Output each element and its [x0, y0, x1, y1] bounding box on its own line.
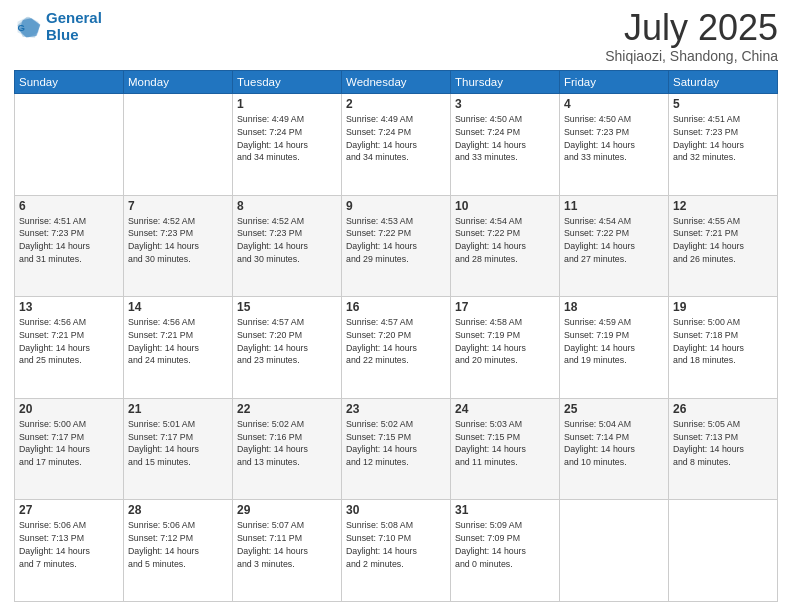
day-number: 20 [19, 402, 119, 416]
day-header-row: Sunday Monday Tuesday Wednesday Thursday… [15, 71, 778, 94]
calendar-cell [15, 94, 124, 196]
cell-info: Sunrise: 5:02 AM Sunset: 7:15 PM Dayligh… [346, 418, 446, 469]
day-number: 24 [455, 402, 555, 416]
cell-info: Sunrise: 5:06 AM Sunset: 7:12 PM Dayligh… [128, 519, 228, 570]
calendar-cell [669, 500, 778, 602]
location: Shiqiaozi, Shandong, China [605, 48, 778, 64]
calendar-cell: 3Sunrise: 4:50 AM Sunset: 7:24 PM Daylig… [451, 94, 560, 196]
calendar-cell: 1Sunrise: 4:49 AM Sunset: 7:24 PM Daylig… [233, 94, 342, 196]
logo-icon: G [14, 13, 42, 41]
calendar-cell: 21Sunrise: 5:01 AM Sunset: 7:17 PM Dayli… [124, 398, 233, 500]
day-number: 19 [673, 300, 773, 314]
cell-info: Sunrise: 5:08 AM Sunset: 7:10 PM Dayligh… [346, 519, 446, 570]
cell-info: Sunrise: 5:05 AM Sunset: 7:13 PM Dayligh… [673, 418, 773, 469]
calendar-cell: 17Sunrise: 4:58 AM Sunset: 7:19 PM Dayli… [451, 297, 560, 399]
title-block: July 2025 Shiqiaozi, Shandong, China [605, 10, 778, 64]
cell-info: Sunrise: 5:01 AM Sunset: 7:17 PM Dayligh… [128, 418, 228, 469]
cell-info: Sunrise: 4:58 AM Sunset: 7:19 PM Dayligh… [455, 316, 555, 367]
calendar-cell: 24Sunrise: 5:03 AM Sunset: 7:15 PM Dayli… [451, 398, 560, 500]
cell-info: Sunrise: 4:50 AM Sunset: 7:23 PM Dayligh… [564, 113, 664, 164]
day-number: 1 [237, 97, 337, 111]
day-number: 29 [237, 503, 337, 517]
logo-line2: Blue [46, 26, 79, 43]
day-number: 26 [673, 402, 773, 416]
calendar-cell: 11Sunrise: 4:54 AM Sunset: 7:22 PM Dayli… [560, 195, 669, 297]
calendar-cell: 18Sunrise: 4:59 AM Sunset: 7:19 PM Dayli… [560, 297, 669, 399]
day-number: 2 [346, 97, 446, 111]
calendar-cell: 4Sunrise: 4:50 AM Sunset: 7:23 PM Daylig… [560, 94, 669, 196]
cell-info: Sunrise: 4:49 AM Sunset: 7:24 PM Dayligh… [237, 113, 337, 164]
day-number: 11 [564, 199, 664, 213]
logo: G General Blue [14, 10, 102, 43]
cell-info: Sunrise: 5:03 AM Sunset: 7:15 PM Dayligh… [455, 418, 555, 469]
day-number: 13 [19, 300, 119, 314]
week-row-4: 27Sunrise: 5:06 AM Sunset: 7:13 PM Dayli… [15, 500, 778, 602]
calendar-cell: 28Sunrise: 5:06 AM Sunset: 7:12 PM Dayli… [124, 500, 233, 602]
day-number: 14 [128, 300, 228, 314]
day-number: 28 [128, 503, 228, 517]
calendar-cell: 2Sunrise: 4:49 AM Sunset: 7:24 PM Daylig… [342, 94, 451, 196]
header-tuesday: Tuesday [233, 71, 342, 94]
header-thursday: Thursday [451, 71, 560, 94]
day-number: 7 [128, 199, 228, 213]
cell-info: Sunrise: 4:59 AM Sunset: 7:19 PM Dayligh… [564, 316, 664, 367]
calendar-cell: 6Sunrise: 4:51 AM Sunset: 7:23 PM Daylig… [15, 195, 124, 297]
calendar-cell [560, 500, 669, 602]
day-number: 31 [455, 503, 555, 517]
cell-info: Sunrise: 5:00 AM Sunset: 7:18 PM Dayligh… [673, 316, 773, 367]
header: G General Blue July 2025 Shiqiaozi, Shan… [14, 10, 778, 64]
cell-info: Sunrise: 4:50 AM Sunset: 7:24 PM Dayligh… [455, 113, 555, 164]
day-number: 8 [237, 199, 337, 213]
cell-info: Sunrise: 4:51 AM Sunset: 7:23 PM Dayligh… [673, 113, 773, 164]
week-row-0: 1Sunrise: 4:49 AM Sunset: 7:24 PM Daylig… [15, 94, 778, 196]
day-number: 17 [455, 300, 555, 314]
cell-info: Sunrise: 4:52 AM Sunset: 7:23 PM Dayligh… [237, 215, 337, 266]
header-wednesday: Wednesday [342, 71, 451, 94]
calendar-cell: 16Sunrise: 4:57 AM Sunset: 7:20 PM Dayli… [342, 297, 451, 399]
calendar-cell: 13Sunrise: 4:56 AM Sunset: 7:21 PM Dayli… [15, 297, 124, 399]
month-title: July 2025 [605, 10, 778, 46]
day-number: 27 [19, 503, 119, 517]
calendar-cell: 29Sunrise: 5:07 AM Sunset: 7:11 PM Dayli… [233, 500, 342, 602]
calendar-cell: 12Sunrise: 4:55 AM Sunset: 7:21 PM Dayli… [669, 195, 778, 297]
week-row-3: 20Sunrise: 5:00 AM Sunset: 7:17 PM Dayli… [15, 398, 778, 500]
header-monday: Monday [124, 71, 233, 94]
cell-info: Sunrise: 5:07 AM Sunset: 7:11 PM Dayligh… [237, 519, 337, 570]
logo-line1: General [46, 9, 102, 26]
header-friday: Friday [560, 71, 669, 94]
calendar-page: G General Blue July 2025 Shiqiaozi, Shan… [0, 0, 792, 612]
cell-info: Sunrise: 5:09 AM Sunset: 7:09 PM Dayligh… [455, 519, 555, 570]
calendar-cell [124, 94, 233, 196]
cell-info: Sunrise: 4:55 AM Sunset: 7:21 PM Dayligh… [673, 215, 773, 266]
calendar-cell: 22Sunrise: 5:02 AM Sunset: 7:16 PM Dayli… [233, 398, 342, 500]
cell-info: Sunrise: 5:04 AM Sunset: 7:14 PM Dayligh… [564, 418, 664, 469]
cell-info: Sunrise: 4:54 AM Sunset: 7:22 PM Dayligh… [455, 215, 555, 266]
cell-info: Sunrise: 4:49 AM Sunset: 7:24 PM Dayligh… [346, 113, 446, 164]
calendar-cell: 27Sunrise: 5:06 AM Sunset: 7:13 PM Dayli… [15, 500, 124, 602]
cell-info: Sunrise: 4:51 AM Sunset: 7:23 PM Dayligh… [19, 215, 119, 266]
day-number: 10 [455, 199, 555, 213]
cell-info: Sunrise: 4:56 AM Sunset: 7:21 PM Dayligh… [128, 316, 228, 367]
logo-text: General Blue [46, 10, 102, 43]
cell-info: Sunrise: 4:57 AM Sunset: 7:20 PM Dayligh… [237, 316, 337, 367]
day-number: 12 [673, 199, 773, 213]
calendar-cell: 14Sunrise: 4:56 AM Sunset: 7:21 PM Dayli… [124, 297, 233, 399]
header-saturday: Saturday [669, 71, 778, 94]
cell-info: Sunrise: 4:52 AM Sunset: 7:23 PM Dayligh… [128, 215, 228, 266]
calendar-cell: 8Sunrise: 4:52 AM Sunset: 7:23 PM Daylig… [233, 195, 342, 297]
calendar-cell: 19Sunrise: 5:00 AM Sunset: 7:18 PM Dayli… [669, 297, 778, 399]
day-number: 23 [346, 402, 446, 416]
day-number: 22 [237, 402, 337, 416]
calendar-cell: 31Sunrise: 5:09 AM Sunset: 7:09 PM Dayli… [451, 500, 560, 602]
calendar-cell: 26Sunrise: 5:05 AM Sunset: 7:13 PM Dayli… [669, 398, 778, 500]
svg-text:G: G [18, 21, 25, 32]
day-number: 21 [128, 402, 228, 416]
day-number: 3 [455, 97, 555, 111]
day-number: 15 [237, 300, 337, 314]
day-number: 30 [346, 503, 446, 517]
calendar-cell: 10Sunrise: 4:54 AM Sunset: 7:22 PM Dayli… [451, 195, 560, 297]
calendar-cell: 23Sunrise: 5:02 AM Sunset: 7:15 PM Dayli… [342, 398, 451, 500]
week-row-1: 6Sunrise: 4:51 AM Sunset: 7:23 PM Daylig… [15, 195, 778, 297]
header-sunday: Sunday [15, 71, 124, 94]
cell-info: Sunrise: 4:53 AM Sunset: 7:22 PM Dayligh… [346, 215, 446, 266]
